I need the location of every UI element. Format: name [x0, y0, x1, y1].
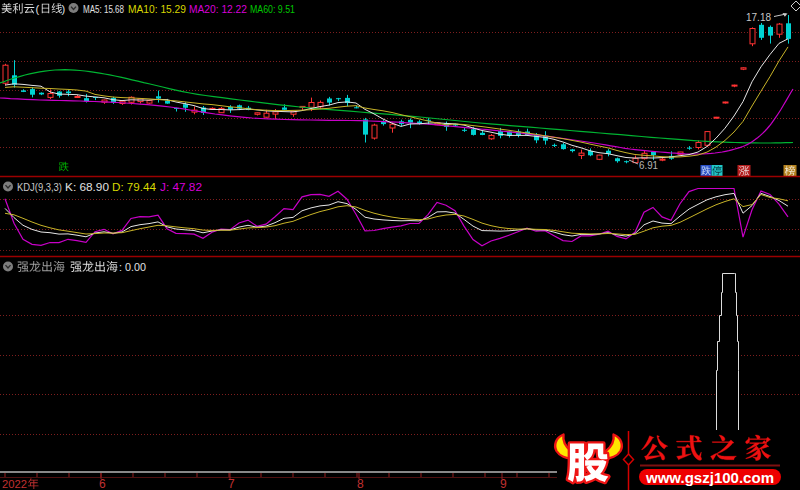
- svg-text:9: 9: [500, 477, 507, 490]
- svg-text:6: 6: [99, 477, 106, 490]
- svg-text:: 0.00: : 0.00: [119, 261, 146, 273]
- svg-text:D: 79.44: D: 79.44: [112, 181, 156, 193]
- svg-text:K: 68.90: K: 68.90: [65, 181, 109, 193]
- svg-text:www.gszj100.com: www.gszj100.com: [645, 470, 774, 486]
- svg-text:KDJ(9,3,3): KDJ(9,3,3): [17, 181, 62, 193]
- svg-text:): ): [62, 3, 66, 15]
- svg-text:8: 8: [357, 477, 364, 490]
- svg-text:17.18: 17.18: [746, 11, 771, 23]
- svg-text:(: (: [36, 3, 40, 15]
- svg-text:MA20: 12.22: MA20: 12.22: [189, 3, 247, 15]
- svg-text:MA10: 15.29: MA10: 15.29: [128, 3, 186, 15]
- svg-text:2022: 2022: [2, 478, 27, 490]
- svg-text:7: 7: [228, 477, 235, 490]
- svg-text:6.91: 6.91: [639, 159, 658, 171]
- svg-text:MA60: 9.51: MA60: 9.51: [250, 3, 295, 15]
- svg-text:J: 47.82: J: 47.82: [160, 181, 202, 193]
- svg-text:MA5: 15.68: MA5: 15.68: [83, 3, 124, 15]
